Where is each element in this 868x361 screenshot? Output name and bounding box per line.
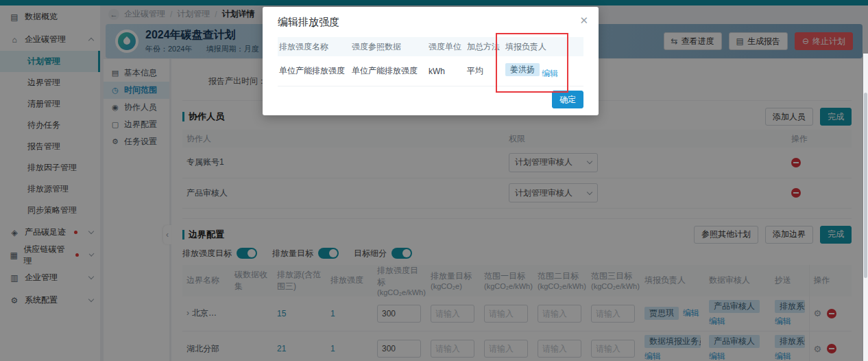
aggregation-method: 平均 [467, 65, 505, 77]
scrollbar-thumb[interactable] [864, 93, 867, 278]
col-header-method: 加总方法 [467, 41, 505, 53]
edit-emission-intensity-modal: 编辑排放强度 ✕ 排放强度名称 强度参照数据 强度单位 加总方法 填报负责人 单… [263, 7, 599, 115]
modal-table: 排放强度名称 强度参照数据 强度单位 加总方法 填报负责人 单位产能排放强度 单… [278, 37, 583, 86]
col-header-owner: 填报负责人 [505, 41, 581, 53]
confirm-button[interactable]: 确定 [552, 91, 583, 108]
col-header-intensity-name: 排放强度名称 [278, 41, 352, 53]
col-header-reference-data: 强度参照数据 [352, 41, 429, 53]
intensity-name: 单位产能排放强度 [278, 65, 352, 77]
col-header-unit: 强度单位 [429, 41, 467, 53]
reference-data: 单位产能排放强度 [352, 65, 429, 77]
owner-tag: 姜洪扬 [505, 63, 540, 76]
edit-owner-link[interactable]: 编辑 [542, 69, 558, 78]
app-root: ▤ 数据概览 ⌂ 企业碳管理 计划管理 边界管理 清册管理 待办任务 报告管理 … [0, 0, 868, 361]
modal-title: 编辑排放强度 [263, 7, 599, 29]
intensity-unit: kWh [429, 67, 467, 76]
close-icon[interactable]: ✕ [579, 14, 588, 27]
modal-table-row: 单位产能排放强度 单位产能排放强度 kWh 平均 姜洪扬 编辑 [278, 56, 583, 86]
